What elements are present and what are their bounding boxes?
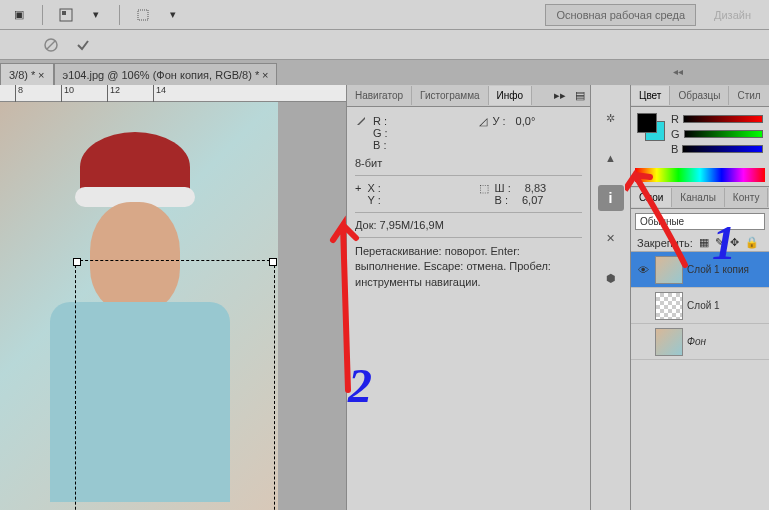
info-panel: Навигатор Гистограмма Инфо ▸▸ ▤ R : G : … (346, 85, 590, 510)
slider-r[interactable] (683, 115, 763, 123)
horizontal-ruler: 8 10 12 14 (0, 85, 346, 102)
bit-depth: 8-бит (355, 157, 459, 169)
close-icon[interactable]: × (38, 69, 44, 81)
transform-selection[interactable] (75, 260, 275, 510)
document-tab-1[interactable]: 3/8) * × (0, 63, 54, 85)
panel-collapse-handle[interactable]: ◂◂ (673, 66, 683, 77)
dimensions-icon: ⬚ (479, 182, 489, 206)
angle-icon: ◿ (479, 115, 487, 128)
info-r-label: R : (373, 115, 388, 127)
lock-label: Закрепить: (637, 237, 693, 249)
layer-item[interactable]: Фон (631, 324, 769, 360)
pin-icon[interactable]: ▣ (8, 4, 30, 26)
workspace-design-button[interactable]: Дизайн (704, 5, 761, 25)
svg-line-4 (47, 41, 55, 49)
cancel-transform-icon[interactable] (40, 34, 62, 56)
info-y-label: Y : (367, 194, 380, 206)
slider-g[interactable] (684, 130, 763, 138)
info-b-label: B : (373, 139, 388, 151)
document-tab-2[interactable]: э104.jpg @ 106% (Фон копия, RGB/8) * × (54, 63, 278, 85)
tab-channels[interactable]: Каналы (672, 188, 725, 207)
grid-icon[interactable] (132, 4, 154, 26)
visibility-icon[interactable]: 👁 (635, 264, 651, 276)
mountain-icon[interactable]: ▲ (598, 145, 624, 171)
panel-menu-icon[interactable]: ▤ (575, 89, 585, 102)
commit-bar (0, 30, 769, 60)
eyedropper-icon (355, 115, 367, 127)
tab-color[interactable]: Цвет (631, 86, 670, 105)
clone-icon[interactable]: ⬢ (598, 265, 624, 291)
info-tool-icon[interactable]: i (598, 185, 624, 211)
dropdown-icon[interactable]: ▾ (162, 4, 184, 26)
info-x-label: X : (367, 182, 380, 194)
blend-mode-select[interactable]: Обычные (635, 213, 765, 230)
hint-text: Перетаскивание: поворот. Enter: выполнен… (355, 237, 582, 290)
annotation-number-1: 1 (712, 215, 736, 270)
tab-styles[interactable]: Стил (729, 86, 769, 105)
color-swatch[interactable] (637, 113, 665, 141)
panel-expand-icon[interactable]: ▸▸ (554, 89, 566, 102)
slider-b[interactable] (682, 145, 763, 153)
compass-icon[interactable]: ✲ (598, 105, 624, 131)
tab-paths[interactable]: Конту (725, 188, 769, 207)
layer-item[interactable]: Слой 1 (631, 288, 769, 324)
crosshair-icon: + (355, 182, 361, 206)
layer-thumbnail[interactable] (655, 256, 683, 284)
layer-thumbnail[interactable] (655, 292, 683, 320)
svg-rect-1 (62, 11, 66, 15)
tab-layers[interactable]: Слои (631, 188, 672, 207)
lock-transparency-icon[interactable]: ▦ (699, 236, 709, 249)
close-icon[interactable]: × (262, 69, 268, 81)
doc-size: Док: 7,95M/16,9M (355, 212, 582, 231)
workspace-main-button[interactable]: Основная рабочая среда (545, 4, 696, 26)
layer-item[interactable]: 👁 Слой 1 копия (631, 252, 769, 288)
arrange-icon[interactable]: ▾ (85, 4, 107, 26)
mini-tool-dock: ✲ ▲ i ✕ ⬢ (590, 85, 630, 510)
layers-panel: Слои Каналы Конту Обычные Закрепить: ▦ ✎… (631, 187, 769, 510)
document-tabs: 3/8) * × э104.jpg @ 106% (Фон копия, RGB… (0, 60, 769, 85)
color-panel: Цвет Образцы Стил R G B (631, 85, 769, 187)
annotation-number-2: 2 (348, 358, 372, 413)
svg-rect-2 (138, 10, 148, 20)
canvas-area[interactable]: 8 10 12 14 (0, 85, 346, 510)
tab-histogram[interactable]: Гистограмма (412, 86, 489, 105)
color-spectrum[interactable] (635, 168, 765, 182)
layer-thumbnail[interactable] (655, 328, 683, 356)
tab-swatches[interactable]: Образцы (670, 86, 729, 105)
lock-all-icon[interactable]: 🔒 (745, 236, 759, 249)
info-g-label: G : (373, 127, 388, 139)
top-options-bar: ▣ ▾ ▾ Основная рабочая среда Дизайн (0, 0, 769, 30)
tab-navigator[interactable]: Навигатор (347, 86, 412, 105)
commit-transform-icon[interactable] (72, 34, 94, 56)
screen-mode-icon[interactable] (55, 4, 77, 26)
tools-icon[interactable]: ✕ (598, 225, 624, 251)
tab-info[interactable]: Инфо (489, 86, 533, 105)
